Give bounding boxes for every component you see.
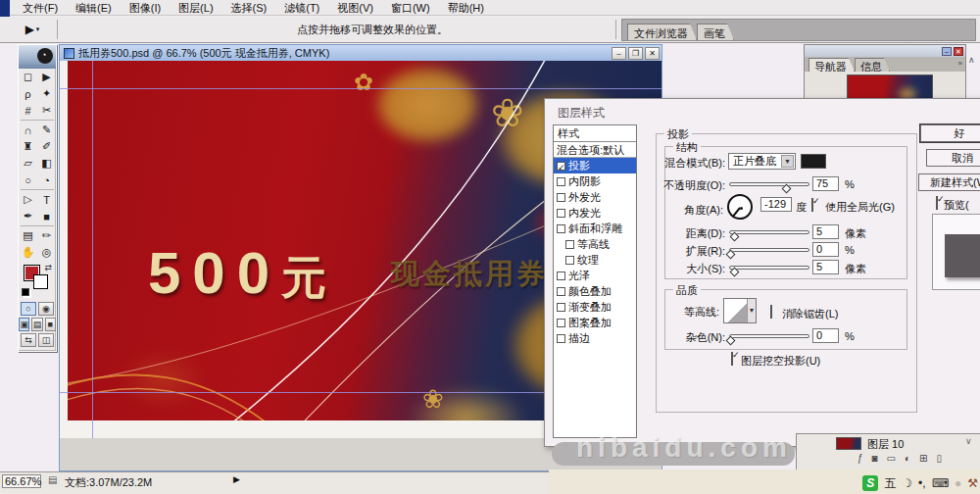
style-item-stroke[interactable]: 描边: [554, 330, 636, 346]
style-item-contour[interactable]: 等高线: [554, 236, 636, 252]
new-layer-icon[interactable]: ⊞: [919, 453, 927, 464]
menu-filter[interactable]: 滤镜(T): [275, 0, 328, 16]
checkbox-icon[interactable]: [565, 240, 574, 249]
tab-info[interactable]: 信息: [855, 58, 890, 72]
checkbox-icon[interactable]: [557, 334, 565, 343]
pen-tool[interactable]: ✒: [19, 208, 37, 224]
style-item-pattern-overlay[interactable]: 图案叠加: [554, 315, 636, 330]
global-light-checkbox[interactable]: [811, 198, 813, 212]
quickmask-mode-button[interactable]: ◉: [38, 302, 54, 316]
checkbox-icon[interactable]: [557, 209, 565, 218]
path-select-tool[interactable]: ▷: [19, 191, 37, 208]
menu-file[interactable]: 文件(F): [14, 0, 67, 16]
opacity-value[interactable]: 75: [812, 176, 839, 191]
tab-brushes[interactable]: 画笔: [697, 24, 734, 40]
zoom-tool[interactable]: ◎: [37, 244, 56, 261]
restore-button[interactable]: ❐: [628, 47, 643, 60]
style-item-inner-shadow[interactable]: 内阴影: [554, 173, 636, 189]
blur-tool[interactable]: ○: [19, 172, 37, 188]
eraser-tool[interactable]: ▱: [19, 155, 37, 172]
style-item-color-overlay[interactable]: 颜色叠加: [554, 283, 636, 299]
swap-colors-icon[interactable]: ⇄: [44, 263, 52, 272]
background-color-swatch[interactable]: [33, 274, 48, 289]
menu-image[interactable]: 图像(I): [121, 0, 170, 16]
size-value[interactable]: 5: [812, 260, 839, 274]
style-item-outer-glow[interactable]: 外发光: [554, 189, 636, 205]
status-menu-arrow-icon[interactable]: ▶: [233, 474, 240, 484]
chevron-down-icon[interactable]: ∨: [965, 436, 972, 446]
checkbox-icon[interactable]: [557, 287, 565, 296]
new-style-button[interactable]: 新建样式(W: [918, 173, 980, 191]
notes-tool[interactable]: ▤: [19, 227, 37, 244]
style-item-gradient-overlay[interactable]: 渐变叠加: [554, 299, 636, 315]
jump-to-imageready-button[interactable]: ⇆: [21, 333, 36, 347]
blend-mode-select[interactable]: 正片叠底▼: [728, 153, 796, 170]
tool-wrench-icon[interactable]: ⚒: [967, 476, 978, 490]
dodge-tool[interactable]: ◔: [37, 172, 56, 188]
menu-edit[interactable]: 编辑(E): [67, 0, 121, 16]
checkbox-icon[interactable]: [565, 256, 574, 265]
crop-tool[interactable]: #: [19, 102, 37, 119]
punctuation-icon[interactable]: •,: [918, 476, 926, 490]
move-tool-option[interactable]: ▶▾: [16, 20, 49, 39]
type-tool[interactable]: T: [37, 191, 56, 208]
layer-thumbnail[interactable]: [836, 437, 861, 450]
checkbox-icon[interactable]: [557, 177, 565, 186]
checkbox-icon[interactable]: [557, 272, 565, 280]
tab-file-browser[interactable]: 文件浏览器: [627, 24, 697, 40]
checkbox-icon[interactable]: [557, 193, 565, 202]
halfmoon-icon[interactable]: ☽: [902, 476, 912, 490]
checkbox-icon[interactable]: [557, 224, 565, 233]
screen-mode-standard-button[interactable]: ▣: [19, 318, 29, 331]
menu-select[interactable]: 选择(S): [222, 0, 276, 16]
menu-layer[interactable]: 图层(L): [170, 0, 221, 16]
shadow-color-swatch[interactable]: [801, 154, 826, 169]
menu-window[interactable]: 窗口(W): [382, 0, 439, 16]
slice-tool[interactable]: ✂: [37, 102, 56, 119]
style-item-texture[interactable]: 纹理: [554, 252, 636, 268]
screen-mode-full-button[interactable]: ■: [45, 318, 56, 331]
style-item-blending-options[interactable]: 混合选项:默认: [554, 142, 636, 158]
soft-keyboard-icon[interactable]: ⌨: [932, 476, 949, 490]
layer-mask-icon[interactable]: ◙: [872, 453, 878, 464]
lasso-tool[interactable]: ρ: [19, 85, 37, 102]
sogou-ime-icon[interactable]: S: [862, 475, 878, 491]
contour-picker[interactable]: ▼: [723, 298, 757, 323]
cancel-button[interactable]: 取消: [926, 149, 980, 167]
style-item-bevel-emboss[interactable]: 斜面和浮雕: [554, 221, 636, 236]
palette-menu-icon[interactable]: »: [958, 59, 962, 68]
delete-layer-icon[interactable]: ▯: [937, 453, 943, 464]
layer-name[interactable]: 图层 10: [867, 437, 904, 452]
checkbox-icon[interactable]: [557, 303, 565, 312]
document-title-bar[interactable]: 抵用券500.psd @ 66.7% (500元 现金抵用券, CMYK) – …: [60, 45, 662, 62]
zoom-level-field[interactable]: 66.67%: [2, 474, 41, 488]
size-slider[interactable]: [729, 266, 809, 270]
default-colors-icon[interactable]: [22, 288, 29, 296]
adjustment-layer-icon[interactable]: ◐: [905, 453, 910, 464]
move-tool[interactable]: ▶: [37, 69, 56, 85]
clone-stamp-tool[interactable]: ♜: [19, 138, 37, 155]
collapsed-palette-caret-icon[interactable]: ∧: [968, 55, 975, 65]
layer-group-icon[interactable]: ▭: [887, 453, 896, 464]
style-item-satin[interactable]: 光泽: [554, 268, 636, 283]
hand-tool[interactable]: ✋: [19, 244, 37, 261]
distance-value[interactable]: 5: [812, 224, 839, 239]
style-item-drop-shadow[interactable]: 投影: [554, 158, 636, 173]
shape-tool[interactable]: ■: [37, 208, 56, 224]
gradient-tool[interactable]: ◧: [37, 155, 56, 172]
brush-tool[interactable]: ✎: [37, 122, 56, 138]
layer-style-icon[interactable]: ƒ: [858, 453, 863, 464]
eyedropper-tool[interactable]: ✏: [37, 227, 56, 244]
magic-wand-tool[interactable]: ✦: [37, 85, 56, 102]
close-icon[interactable]: ✕: [954, 47, 963, 56]
minimize-button[interactable]: –: [612, 47, 626, 60]
close-button[interactable]: ✕: [645, 47, 660, 60]
menu-help[interactable]: 帮助(H): [439, 0, 493, 16]
guide-line[interactable]: [92, 61, 93, 438]
noise-value[interactable]: 0: [812, 328, 839, 343]
history-brush-tool[interactable]: ✐: [37, 138, 56, 155]
preview-checkbox[interactable]: [936, 196, 938, 210]
noise-slider[interactable]: [729, 334, 809, 338]
spread-value[interactable]: 0: [812, 242, 839, 257]
standard-mode-button[interactable]: ○: [21, 302, 36, 316]
